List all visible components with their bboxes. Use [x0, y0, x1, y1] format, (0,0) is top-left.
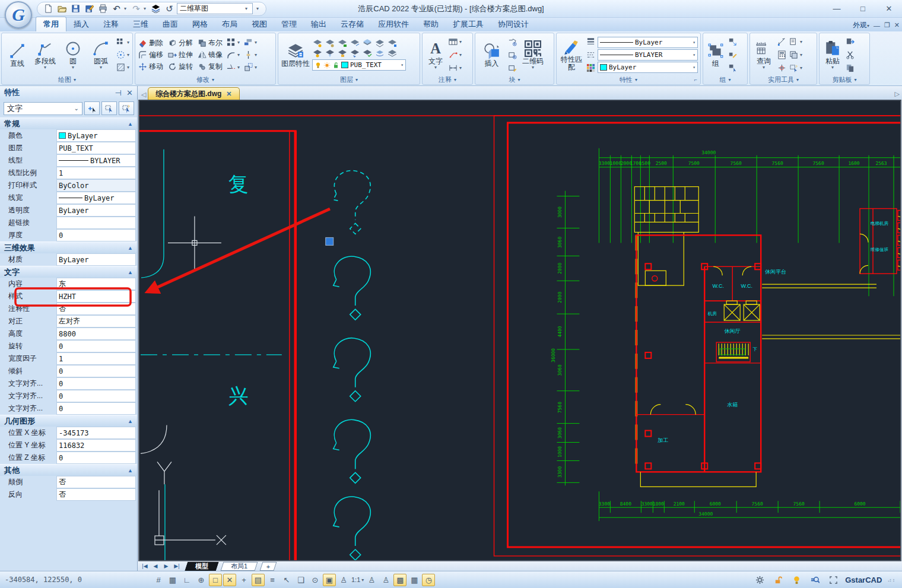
doc-tab-scroll-left-icon[interactable]: ◁ — [139, 89, 148, 100]
prop-row-height[interactable]: 高度8800 — [0, 328, 137, 340]
isolate-bulb-icon[interactable] — [790, 574, 803, 586]
group-footer-layers[interactable]: 图层▾ — [279, 75, 419, 84]
tab-output[interactable]: 输出 — [304, 17, 334, 31]
group-footer-utilities[interactable]: 实用工具▾ — [751, 75, 816, 84]
undo-caret-icon[interactable]: ▾ — [124, 6, 129, 11]
tab-surface[interactable]: 曲面 — [155, 17, 185, 31]
layout-last-icon[interactable]: ▶| — [172, 563, 182, 569]
layer-on-icon[interactable] — [312, 39, 323, 48]
quick-properties-icon[interactable]: ❑ — [294, 574, 307, 586]
section-general[interactable]: 常规▲ — [0, 117, 137, 129]
ellipse-button[interactable]: ▾ — [116, 49, 130, 61]
prop-row-pos-x[interactable]: 位置 X 坐标-345173 — [0, 427, 137, 439]
prop-row-material[interactable]: 材质ByLayer — [0, 253, 137, 266]
group-button[interactable]: 组 — [706, 42, 726, 68]
match-properties-button[interactable]: 特性匹配 — [559, 37, 584, 72]
qrcode-button[interactable]: 二维码▾ — [519, 39, 547, 70]
tab-mesh[interactable]: 网格 — [185, 17, 215, 31]
lineweight-select[interactable]: ByLayer▾ — [598, 37, 698, 48]
print-icon[interactable] — [97, 3, 109, 15]
object-type-select[interactable]: 文字⌄ — [4, 102, 82, 115]
polar-toggle-icon[interactable]: ⊕ — [195, 574, 208, 586]
site-text-xing[interactable]: 兴 — [228, 384, 249, 407]
ribbon-close-icon[interactable]: ✕ — [894, 21, 900, 29]
document-tab-close-icon[interactable]: ✕ — [226, 90, 231, 98]
boolean-button[interactable]: 布尔 — [197, 37, 223, 49]
layer-off-icon[interactable] — [325, 39, 335, 48]
layer-freeze-icon[interactable] — [325, 49, 335, 58]
layer-properties-button[interactable]: 图层特性 — [281, 42, 310, 68]
otrack-toggle-icon[interactable]: ✕ — [223, 574, 236, 586]
prop-row-text-align-x[interactable]: 文字对齐...0 — [0, 377, 137, 390]
color-grid-icon[interactable] — [586, 62, 596, 74]
tab-insert[interactable]: 插入 — [66, 17, 96, 31]
annotation-visibility-icon[interactable]: ♙ — [365, 574, 378, 586]
layer-merge-icon[interactable] — [374, 39, 385, 48]
brand-label[interactable]: GstarCAD — [845, 576, 882, 584]
annotation-auto-icon[interactable]: ♙ — [379, 574, 392, 586]
lineweight-toggle-icon[interactable]: ≡ — [266, 574, 279, 586]
prop-row-text-align-y[interactable]: 文字对齐...0 — [0, 390, 137, 402]
calculator-button[interactable] — [777, 49, 787, 61]
paste-special-button[interactable] — [845, 36, 855, 47]
tab-manage[interactable]: 管理 — [274, 17, 304, 31]
prop-row-width-factor[interactable]: 宽度因子1 — [0, 352, 137, 365]
revert-icon[interactable]: ↺ — [163, 3, 176, 15]
resize-grip[interactable]: ⠴⠆ — [887, 577, 897, 583]
layer-unlock-icon[interactable] — [337, 39, 348, 48]
prop-row-style[interactable]: 样式HZHT — [0, 290, 137, 303]
maximize-button[interactable]: □ — [850, 1, 876, 17]
prop-row-annotative[interactable]: 注释性否 — [0, 303, 137, 315]
layout-tab-add[interactable]: + — [260, 562, 277, 571]
rotate-button[interactable]: 旋转 — [167, 61, 193, 72]
explode-button[interactable]: 分解 — [167, 37, 193, 49]
linetype-select[interactable]: BYLAYER▾ — [598, 49, 698, 61]
osnap3d-toggle-icon[interactable]: + — [237, 574, 250, 586]
dimension-button[interactable]: ▾ — [448, 62, 462, 74]
section-other[interactable]: 其他▲ — [0, 464, 137, 476]
close-button[interactable]: ✕ — [876, 1, 902, 17]
copy-button[interactable]: 复制 — [197, 61, 223, 72]
id-point-button[interactable]: ▾ — [789, 36, 803, 47]
rectangle-array-button[interactable]: ▾ — [116, 37, 130, 48]
layout-tab-model[interactable]: 模型 — [185, 562, 219, 571]
prop-row-upside-down[interactable]: 颠倒否 — [0, 476, 137, 488]
quick-select-panel-button[interactable] — [119, 101, 134, 115]
section-geometry[interactable]: 几何图形▲ — [0, 415, 137, 427]
hatch-preview-icon[interactable]: ▩ — [393, 574, 406, 586]
erase-button[interactable]: 删除 — [138, 37, 164, 49]
grip-point[interactable] — [326, 237, 334, 245]
block-edit-button[interactable] — [507, 49, 517, 61]
tab-cloud[interactable]: 云存储 — [334, 17, 371, 31]
prop-row-rotation[interactable]: 旋转0 — [0, 340, 137, 352]
linetype-tool-icon[interactable] — [586, 49, 596, 61]
point-style-button[interactable] — [777, 62, 787, 74]
annotation-monitor-icon[interactable]: ◷ — [422, 574, 435, 586]
prop-row-ltscale[interactable]: 线型比例1 — [0, 167, 137, 179]
qat-overflow-icon[interactable]: ▾ — [256, 6, 261, 11]
tab-collab[interactable]: 协同设计 — [491, 17, 536, 31]
selection-cycling-icon[interactable]: ↖ — [280, 574, 293, 586]
section-text[interactable]: 文字▲ — [0, 266, 137, 278]
circle-button[interactable]: 圆▾ — [60, 39, 86, 70]
toggle-pickadd-button[interactable] — [84, 101, 100, 115]
align-button[interactable]: ▾ — [243, 37, 258, 48]
array-button[interactable]: ▾ — [226, 37, 240, 48]
tab-layout[interactable]: 布局 — [215, 17, 244, 31]
section-3d-effects[interactable]: 三维效果▲ — [0, 241, 137, 253]
viewport-toggle-icon[interactable]: ▣ — [323, 574, 336, 586]
find-replace-icon[interactable] — [808, 574, 821, 586]
measure-button[interactable]: 查询▾ — [752, 39, 775, 70]
group-footer-draw[interactable]: 绘图▾ — [2, 75, 132, 84]
pin-icon[interactable]: ⊣ — [115, 88, 122, 97]
layer-state-icon[interactable] — [387, 39, 398, 48]
group-footer-block[interactable]: 块▾ — [476, 75, 553, 84]
select-objects-button[interactable] — [101, 101, 117, 115]
panel-close-icon[interactable]: ✕ — [126, 88, 133, 97]
prop-row-justify[interactable]: 对正左对齐 — [0, 315, 137, 328]
appearance-menu[interactable]: 外观▾ — [853, 20, 869, 30]
layout-next-icon[interactable]: ▶ — [161, 563, 171, 569]
prop-row-text-align-z[interactable]: 文字对齐...0 — [0, 402, 137, 415]
prop-row-transparency[interactable]: 透明度ByLayer — [0, 204, 137, 217]
group-footer-modify[interactable]: 修改▾ — [136, 75, 275, 84]
